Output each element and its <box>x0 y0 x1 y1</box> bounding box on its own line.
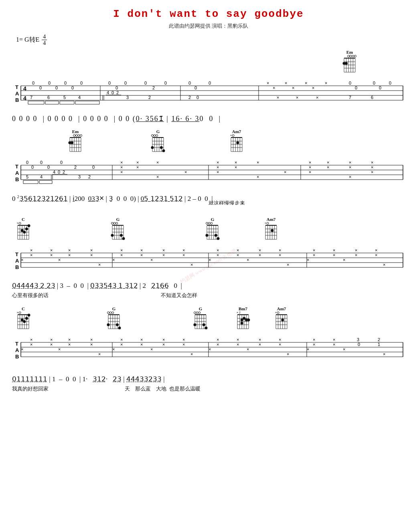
svg-text:×: × <box>217 248 219 253</box>
svg-text:B: B <box>15 176 19 182</box>
svg-text:×: × <box>21 347 23 352</box>
svg-text:×: × <box>162 253 165 257</box>
svg-text:×: × <box>305 81 307 85</box>
chord-c-3: C × <box>16 217 30 245</box>
svg-text:×: × <box>68 253 71 257</box>
chord-g-4b: G <box>193 306 208 334</box>
svg-text:0: 0 <box>60 160 63 165</box>
svg-text:5: 5 <box>63 95 66 100</box>
svg-text:4: 4 <box>23 85 26 92</box>
svg-text:A: A <box>15 258 19 264</box>
svg-text:×: × <box>136 160 139 165</box>
svg-text:0: 0 <box>194 85 197 90</box>
svg-text:T: T <box>15 341 18 347</box>
svg-rect-398 <box>276 314 287 315</box>
svg-text:×: × <box>112 347 115 352</box>
svg-text:×: × <box>257 174 259 179</box>
svg-text:B: B <box>15 354 19 360</box>
svg-text:×: × <box>259 342 261 347</box>
svg-text:4: 4 <box>23 95 26 101</box>
svg-text:0: 0 <box>115 85 118 90</box>
svg-text:2: 2 <box>239 311 241 314</box>
svg-text:×: × <box>120 248 123 253</box>
svg-text:×: × <box>309 170 311 174</box>
svg-point-110 <box>71 141 73 144</box>
svg-point-14 <box>354 55 356 57</box>
svg-text:×: × <box>50 342 53 347</box>
notation-text-4: 0̱1̱1̱1̱1̱1̱1̱1̱ | 1 – 0 0 | 1· 3̱1̱2̱· … <box>12 375 165 383</box>
svg-text:×: × <box>58 257 61 262</box>
svg-text:×: × <box>313 337 315 342</box>
chord-g-3b: G <box>205 217 220 245</box>
svg-rect-111 <box>152 137 164 138</box>
svg-point-124 <box>156 134 158 136</box>
svg-point-409 <box>281 318 284 321</box>
svg-text:×: × <box>355 253 357 257</box>
svg-text:×: × <box>257 160 259 165</box>
svg-text:×: × <box>68 337 71 342</box>
svg-text:2: 2 <box>63 170 65 174</box>
svg-text:×: × <box>371 165 373 170</box>
svg-text:×: × <box>237 337 239 342</box>
svg-text:×: × <box>371 170 373 174</box>
lyrics-4: 我真的好想回家 天 那么蓝 大地 也是那么温暖 <box>12 385 405 396</box>
svg-text:×: × <box>140 337 143 342</box>
svg-text:×: × <box>307 347 309 352</box>
lyrics-3: 心里有很多的话 不知道又会怎样 <box>12 292 405 302</box>
tab-staff-3: T A B × × × × × × × × <box>12 245 405 279</box>
svg-text:0: 0 <box>355 85 357 90</box>
svg-text:0: 0 <box>71 85 74 90</box>
svg-text:×: × <box>235 165 237 170</box>
svg-text:4: 4 <box>40 174 43 179</box>
svg-point-346 <box>112 312 114 314</box>
tab-staff-1: T A B 4 4 0 0 <box>12 78 405 111</box>
svg-text:×: × <box>90 342 93 347</box>
svg-text:×: × <box>217 160 219 165</box>
svg-point-394 <box>247 318 250 321</box>
svg-text:×: × <box>325 81 327 85</box>
svg-text:×: × <box>375 253 377 257</box>
svg-text:2: 2 <box>148 95 151 100</box>
svg-text:×: × <box>182 248 185 253</box>
svg-text:0: 0 <box>92 165 95 170</box>
svg-text:×: × <box>343 347 345 352</box>
svg-text:4: 4 <box>78 95 81 100</box>
svg-text:0: 0 <box>58 170 60 174</box>
svg-text:×: × <box>30 248 32 253</box>
svg-text:×: × <box>349 174 351 179</box>
svg-point-224 <box>113 222 115 224</box>
svg-text:0: 0 <box>379 85 381 90</box>
svg-point-222 <box>28 224 30 227</box>
svg-text:×: × <box>120 160 123 165</box>
section-4: C × <box>12 306 405 396</box>
svg-text:×: × <box>230 134 232 137</box>
svg-point-107 <box>78 134 80 136</box>
svg-text:×: × <box>30 342 32 347</box>
svg-point-255 <box>217 237 220 240</box>
svg-text:×: × <box>120 342 123 347</box>
svg-text:0: 0 <box>358 342 360 347</box>
svg-text:0: 0 <box>31 165 34 170</box>
svg-text:×: × <box>267 81 269 85</box>
svg-point-16 <box>345 62 348 65</box>
chord-am7-2: Am7 × <box>229 129 244 157</box>
svg-rect-0 <box>344 58 355 59</box>
svg-text:×: × <box>150 347 153 352</box>
svg-point-340 <box>21 318 24 321</box>
svg-point-363 <box>198 312 200 314</box>
svg-point-395 <box>241 322 243 324</box>
svg-point-141 <box>236 141 239 144</box>
svg-text:4: 4 <box>53 170 55 174</box>
svg-text:×: × <box>313 248 315 253</box>
chord-area-2: Em <box>12 129 405 157</box>
svg-text:×: × <box>287 352 289 356</box>
svg-text:×: × <box>313 253 315 257</box>
svg-point-127 <box>151 146 154 149</box>
svg-text:×: × <box>217 342 219 347</box>
svg-point-242 <box>211 222 213 224</box>
svg-text:0: 0 <box>64 81 67 85</box>
chord-em-2: Em <box>68 129 83 157</box>
svg-text:×: × <box>259 253 261 257</box>
svg-rect-94 <box>70 137 81 138</box>
svg-point-220 <box>23 231 26 233</box>
